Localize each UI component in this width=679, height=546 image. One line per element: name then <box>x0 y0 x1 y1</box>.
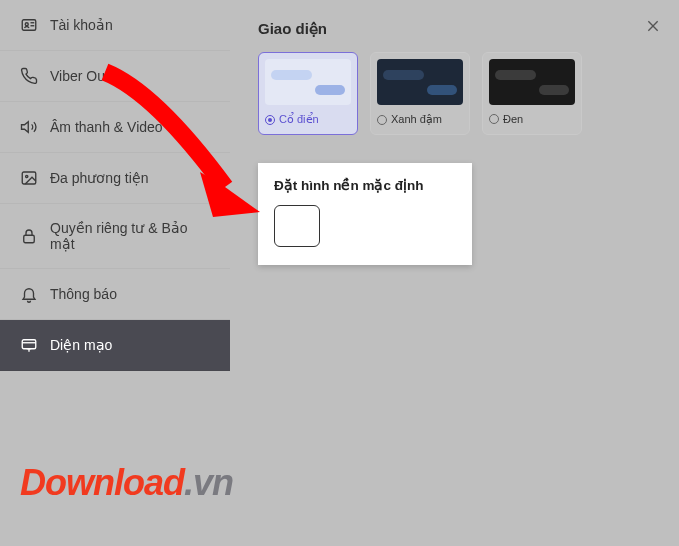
theme-preview <box>377 59 463 105</box>
bell-icon <box>20 285 38 303</box>
svg-rect-8 <box>22 340 36 349</box>
theme-option-classic[interactable]: Cổ điển <box>258 52 358 135</box>
watermark-brand: Download <box>20 462 184 503</box>
image-icon <box>20 169 38 187</box>
main-panel: Giao diện Cổ điển Xanh đậm Đen Đặt hình … <box>230 0 679 546</box>
sidebar-item-viber-out[interactable]: Viber Out <box>0 51 230 102</box>
sidebar-item-label: Tài khoản <box>50 17 113 33</box>
section-title-theme: Giao diện <box>258 20 651 38</box>
sidebar-item-media[interactable]: Đa phương tiện <box>0 153 230 204</box>
radio-icon <box>265 115 275 125</box>
default-background-section: Đặt hình nền mặc định <box>258 163 472 265</box>
appearance-icon <box>20 336 38 354</box>
theme-option-darkblue[interactable]: Xanh đậm <box>370 52 470 135</box>
themes-row: Cổ điển Xanh đậm Đen <box>258 52 651 135</box>
bg-swatch-white[interactable] <box>274 205 320 247</box>
radio-icon <box>377 115 387 125</box>
theme-label: Xanh đậm <box>391 113 442 126</box>
theme-label: Đen <box>503 113 523 125</box>
watermark-suffix: .vn <box>184 462 233 503</box>
close-button[interactable] <box>645 18 661 39</box>
sidebar-item-label: Đa phương tiện <box>50 170 149 186</box>
sidebar-item-appearance[interactable]: Diện mạo <box>0 320 230 371</box>
theme-option-black[interactable]: Đen <box>482 52 582 135</box>
svg-rect-7 <box>24 235 35 243</box>
speaker-icon <box>20 118 38 136</box>
user-card-icon <box>20 16 38 34</box>
theme-preview <box>489 59 575 105</box>
svg-point-6 <box>26 175 28 177</box>
svg-rect-5 <box>22 172 36 184</box>
radio-icon <box>489 114 499 124</box>
svg-rect-0 <box>22 20 36 31</box>
sidebar-item-label: Âm thanh & Video <box>50 119 163 135</box>
sidebar-item-audio-video[interactable]: Âm thanh & Video <box>0 102 230 153</box>
sidebar-item-label: Diện mạo <box>50 337 112 353</box>
svg-marker-4 <box>22 122 29 133</box>
sidebar-item-privacy[interactable]: Quyền riêng tư & Bảo mật <box>0 204 230 269</box>
sidebar-item-account[interactable]: Tài khoản <box>0 0 230 51</box>
watermark-logo: Download.vn <box>20 462 233 504</box>
sidebar-item-label: Thông báo <box>50 286 117 302</box>
sidebar-item-notifications[interactable]: Thông báo <box>0 269 230 320</box>
theme-label: Cổ điển <box>279 113 319 126</box>
phone-icon <box>20 67 38 85</box>
bg-section-title: Đặt hình nền mặc định <box>274 177 456 193</box>
theme-preview <box>265 59 351 105</box>
sidebar-item-label: Quyền riêng tư & Bảo mật <box>50 220 210 252</box>
sidebar-item-label: Viber Out <box>50 68 109 84</box>
lock-icon <box>20 227 38 245</box>
svg-point-1 <box>25 23 28 26</box>
